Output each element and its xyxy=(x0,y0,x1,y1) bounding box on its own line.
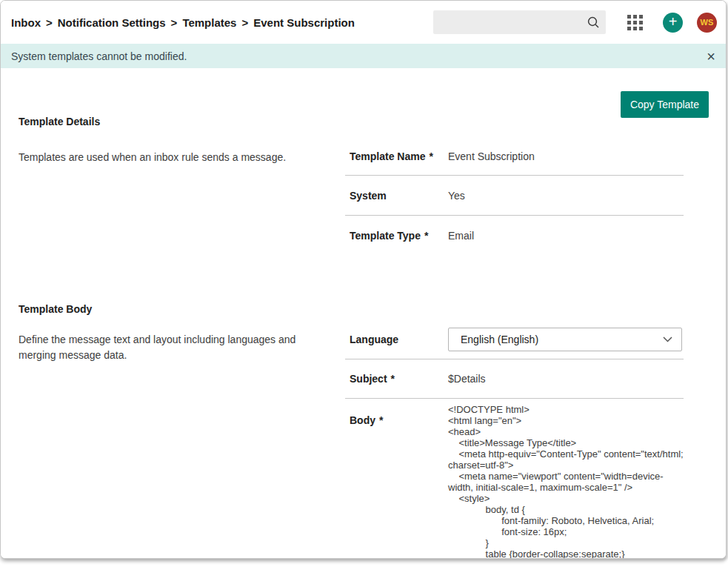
template-name-value: Event Subscription xyxy=(448,150,535,162)
search-input[interactable] xyxy=(441,16,587,28)
field-label-text: Template Name xyxy=(350,150,425,162)
system-value: Yes xyxy=(448,190,465,202)
section-description-template-details: Templates are used when an inbox rule se… xyxy=(19,150,333,165)
form-row-template-name: Template Name* Event Subscription xyxy=(345,138,684,176)
form-row-subject: Subject* $Details xyxy=(345,359,684,399)
copy-template-button[interactable]: Copy Template xyxy=(621,91,709,118)
section-title-template-body: Template Body xyxy=(19,303,92,315)
body-code-value: <!DOCTYPE html> <html lang="en"> <head> … xyxy=(448,399,684,559)
banner-message: System templates cannot be modified. xyxy=(11,50,705,62)
close-icon[interactable]: × xyxy=(705,49,717,64)
language-select[interactable]: English (English) xyxy=(448,328,682,351)
chevron-down-icon xyxy=(663,336,672,342)
field-label-text: Body xyxy=(350,414,375,426)
breadcrumb-separator: > xyxy=(46,16,53,29)
breadcrumb-item-inbox[interactable]: Inbox xyxy=(11,16,41,29)
breadcrumb: Inbox > Notification Settings > Template… xyxy=(11,16,433,29)
subject-label: Subject* xyxy=(345,373,448,385)
subject-value: $Details xyxy=(448,373,486,385)
form-row-template-type: Template Type* Email xyxy=(345,216,684,256)
required-asterisk: * xyxy=(429,150,433,162)
template-details-fields: Template Name* Event Subscription System… xyxy=(345,138,684,256)
required-asterisk: * xyxy=(424,230,428,242)
breadcrumb-item-templates[interactable]: Templates xyxy=(182,16,236,29)
main-content: Copy Template Template Details Templates… xyxy=(1,68,726,559)
avatar[interactable]: WS xyxy=(697,13,717,33)
form-row-body: Body* <!DOCTYPE html> <html lang="en"> <… xyxy=(345,399,684,559)
language-select-value: English (English) xyxy=(461,334,663,345)
template-body-fields: Language English (English) Subject* $Det… xyxy=(345,319,684,559)
avatar-initials: WS xyxy=(700,18,713,27)
info-banner: System templates cannot be modified. × xyxy=(1,44,726,68)
field-label-text: Language xyxy=(350,334,398,345)
plus-icon: + xyxy=(669,14,678,29)
field-label-text: System xyxy=(350,190,387,202)
form-row-language: Language English (English) xyxy=(345,319,684,359)
breadcrumb-item-notification-settings[interactable]: Notification Settings xyxy=(58,16,166,29)
system-label: System xyxy=(345,190,448,202)
form-row-system: System Yes xyxy=(345,176,684,216)
language-label: Language xyxy=(345,334,448,345)
required-asterisk: * xyxy=(391,373,395,385)
breadcrumb-separator: > xyxy=(241,16,248,29)
breadcrumb-separator: > xyxy=(171,16,178,29)
field-label-text: Template Type xyxy=(350,230,421,242)
add-button[interactable]: + xyxy=(663,13,683,33)
field-label-text: Subject xyxy=(350,373,387,385)
search-icon[interactable] xyxy=(587,16,600,29)
template-type-label: Template Type* xyxy=(345,230,448,242)
top-bar: Inbox > Notification Settings > Template… xyxy=(1,1,726,44)
apps-grid-icon[interactable] xyxy=(627,15,643,30)
required-asterisk: * xyxy=(379,414,383,426)
breadcrumb-item-event-subscription: Event Subscription xyxy=(253,16,355,29)
section-title-template-details: Template Details xyxy=(19,116,100,127)
section-description-template-body: Define the message text and layout inclu… xyxy=(19,332,333,363)
template-name-label: Template Name* xyxy=(345,150,448,162)
search-box xyxy=(433,10,606,34)
template-type-value: Email xyxy=(448,230,474,242)
body-label: Body* xyxy=(345,399,448,426)
app-window: Inbox > Notification Settings > Template… xyxy=(0,0,727,559)
